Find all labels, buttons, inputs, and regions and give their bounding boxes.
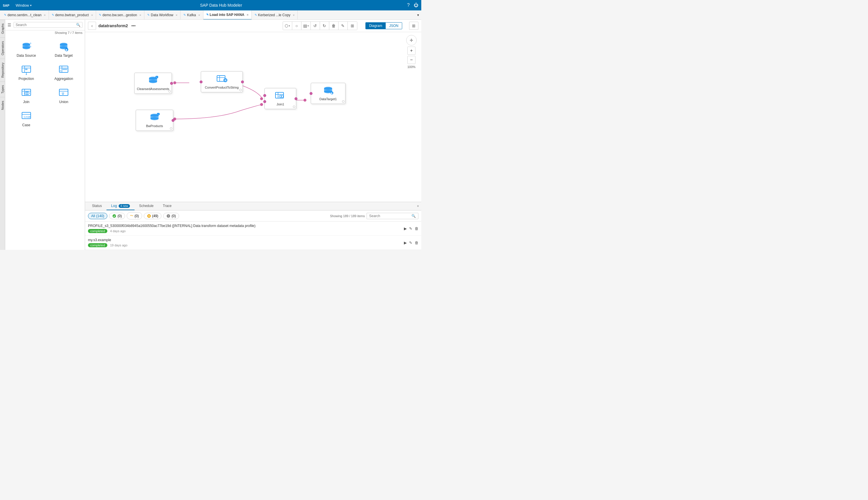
bottom-tab-trace[interactable]: Trace <box>158 202 176 210</box>
log-delete-icon[interactable]: 🗑 <box>414 241 418 245</box>
node-convert-product[interactable]: ConvertProductToString ⬡ <box>201 71 243 92</box>
svg-point-4 <box>23 46 30 49</box>
filter-success-btn[interactable]: (0) <box>109 213 125 219</box>
layout-icon[interactable]: ⊞ <box>409 22 418 30</box>
tab-icon: ✎ <box>4 13 7 16</box>
port-convert-left[interactable] <box>200 80 202 83</box>
component-union[interactable]: U Union <box>45 84 83 107</box>
toolbar-circle-btn[interactable]: ○ <box>292 22 302 30</box>
tab-close-icon[interactable]: × <box>176 13 177 17</box>
node-expand-icon[interactable]: ⬡ <box>170 127 173 130</box>
tab-load-sap-hana[interactable]: ✎ Load into SAP HANA × <box>203 10 252 20</box>
toolbar-grid-btn[interactable]: ⊞ <box>348 22 357 30</box>
log-search-input[interactable] <box>369 214 410 218</box>
toolbar-edit-btn[interactable]: ✎ <box>339 22 348 30</box>
tab-label: Kerberized ...le Copy <box>258 13 291 17</box>
component-data-target[interactable]: ▶ Data Target <box>45 38 83 61</box>
window-menu[interactable]: Window ▾ <box>12 0 35 10</box>
tab-kafka[interactable]: ✎ Kafka × <box>180 10 203 20</box>
tab-close-icon[interactable]: × <box>139 13 141 17</box>
node-expand-icon[interactable]: ⬡ <box>342 100 344 103</box>
view-json-btn[interactable]: JSON <box>386 23 402 29</box>
toolbar-layout-btn[interactable]: ▤ <box>302 22 311 30</box>
filter-warning-btn[interactable]: 〜 (0) <box>127 212 142 219</box>
tab-label: demo.sentim...t_clean <box>8 13 42 17</box>
filter-error-btn[interactable]: (49) <box>144 213 162 219</box>
zoom-in-btn[interactable]: + <box>407 47 415 55</box>
node-expand-icon[interactable]: ⬡ <box>293 105 295 108</box>
log-items-list: PROFILE_s3_530000f034b8945a1600550ac77be… <box>85 221 421 250</box>
node-datatarget1[interactable]: ▶ DataTarget1 ⬡ <box>311 83 345 104</box>
back-button[interactable]: ‹ <box>88 22 96 30</box>
zoom-out-btn[interactable]: − <box>407 56 415 64</box>
canvas-main[interactable]: ✛ + − 100% <box>85 32 421 202</box>
tab-demo-bwtran[interactable]: ✎ demo.bwtran_product × <box>49 10 96 20</box>
search-icon[interactable]: 🔍 <box>76 23 80 27</box>
component-case[interactable]: CASE Case <box>8 107 45 130</box>
tab-kerberized[interactable]: ✎ Kerberized ...le Copy × <box>252 10 298 20</box>
sidebar-item-nodes[interactable]: Nodes <box>0 97 5 113</box>
port-cleansed-right[interactable] <box>170 82 173 85</box>
node-expand-icon[interactable]: ⬡ <box>168 90 171 93</box>
sidebar-item-graphs[interactable]: Graphs <box>0 20 5 37</box>
log-item-meta: completed 4 days ago <box>88 229 401 233</box>
filter-all-btn[interactable]: All (140) <box>88 213 107 219</box>
node-bw-products[interactable]: + BwProducts ⬡ <box>136 110 173 131</box>
port-join1-right[interactable] <box>295 97 297 100</box>
port-convert-right[interactable] <box>241 80 244 83</box>
filter-unknown-btn[interactable]: ? (0) <box>163 213 179 219</box>
toolbar-undo-btn[interactable]: ↺ <box>311 22 320 30</box>
log-edit-icon[interactable]: ✎ <box>409 241 412 245</box>
node-label-cleansed: CleansedAssessments <box>137 87 169 91</box>
sidebar-item-repository[interactable]: Repository <box>0 59 5 81</box>
view-diagram-btn[interactable]: Diagram <box>366 23 386 29</box>
bottom-tab-schedule[interactable]: Schedule <box>134 202 158 210</box>
port-join1-left[interactable] <box>263 94 266 97</box>
pan-control[interactable]: ✛ <box>406 35 417 45</box>
tab-close-icon[interactable]: × <box>44 13 45 17</box>
component-data-source[interactable]: + + Data Source <box>8 38 45 61</box>
sap-logo[interactable]: SAP <box>0 0 12 10</box>
node-cleansed-assessments[interactable]: + CleansedAssessments ⬡ <box>134 73 172 94</box>
node-expand-icon[interactable]: ⬡ <box>239 88 242 91</box>
sidebar-item-types[interactable]: Types <box>0 81 5 97</box>
log-run-icon[interactable]: ▶ <box>404 226 407 231</box>
tab-label: demo.bw.sen...gestion <box>103 13 137 17</box>
toolbar-select-btn[interactable]: ⬡ <box>283 22 292 30</box>
tab-demo-bw-sen[interactable]: ✎ demo.bw.sen...gestion × <box>96 10 144 20</box>
bottom-tab-status[interactable]: Status <box>87 202 106 210</box>
power-icon[interactable]: ⏻ <box>414 3 418 8</box>
log-delete-icon[interactable]: 🗑 <box>414 226 418 231</box>
bottom-panel-close-icon[interactable]: × <box>417 204 419 208</box>
port-datatarget1-left[interactable] <box>309 92 313 95</box>
log-search-icon[interactable]: 🔍 <box>411 214 416 218</box>
tab-demo-sentim[interactable]: ✎ demo.sentim...t_clean × <box>1 10 49 20</box>
showing-log-items: Showing 189 / 189 items <box>330 214 365 218</box>
port-join1-left2[interactable] <box>263 100 266 103</box>
component-aggregation[interactable]: Σ Aggregation <box>45 61 83 84</box>
toolbar-redo-btn[interactable]: ↻ <box>320 22 329 30</box>
log-edit-icon[interactable]: ✎ <box>409 226 412 231</box>
tab-close-icon[interactable]: × <box>247 13 248 16</box>
component-join[interactable]: Join <box>8 84 45 107</box>
log-run-icon[interactable]: ▶ <box>404 241 407 245</box>
tab-close-icon[interactable]: × <box>91 13 93 17</box>
help-icon[interactable]: ? <box>407 3 410 8</box>
search-input[interactable] <box>16 23 76 27</box>
tab-close-icon[interactable]: × <box>198 13 200 17</box>
bottom-tab-log[interactable]: Log 4 new <box>106 202 134 210</box>
toolbar-delete-btn[interactable]: 🗑 <box>329 22 339 30</box>
panel-menu-icon[interactable]: ☰ <box>8 23 11 27</box>
svg-text:▶: ▶ <box>331 92 333 94</box>
canvas-title: datatransform2 <box>98 23 128 28</box>
more-options-icon[interactable]: ••• <box>131 23 136 28</box>
tab-close-icon[interactable]: × <box>293 13 295 17</box>
port-bwproducts-right[interactable] <box>172 119 175 122</box>
sidebar-item-operators[interactable]: Operators <box>0 37 5 59</box>
tab-icon: ✎ <box>255 13 257 16</box>
component-projection[interactable]: Projection <box>8 61 45 84</box>
node-join1[interactable]: Join1 ⬡ <box>265 88 296 109</box>
svg-point-54 <box>151 117 159 120</box>
tabs-overflow-icon[interactable]: ▾ <box>415 13 421 17</box>
tab-data-workflow[interactable]: ✎ Data Workflow × <box>144 10 180 20</box>
